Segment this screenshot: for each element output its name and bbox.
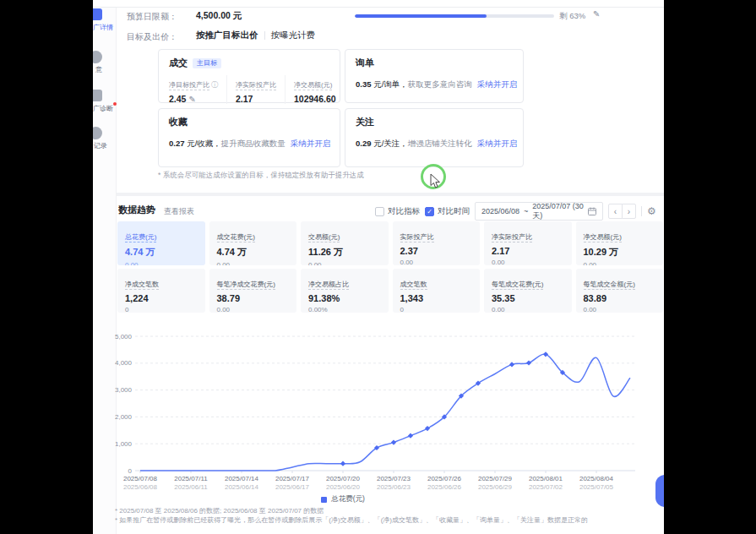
trend-controls: 对比指标 ✓ 对比时间 2025/06/08 ~ 2025/07/07 (30天…	[375, 201, 656, 221]
sidebar-item-creative[interactable]: 意	[93, 51, 117, 79]
goal-unit: 元/收藏，	[185, 139, 221, 148]
svg-text:2025/06/17: 2025/06/17	[275, 483, 310, 491]
goal-metric: 净实际投产比 2.17	[226, 75, 285, 104]
primary-goal-badge: 主目标	[193, 58, 221, 68]
prev-period-button[interactable]: ‹	[608, 204, 623, 219]
svg-text:2025/07/20: 2025/07/20	[326, 475, 361, 482]
metric-value: 91.38%	[308, 293, 381, 303]
gear-icon[interactable]: ⚙	[647, 205, 656, 217]
metric-card[interactable]: 成交笔数 1,343 0	[393, 269, 481, 313]
metric-value: 4.74 万	[217, 246, 290, 259]
metric-value: 38.79	[217, 293, 290, 303]
metric-card[interactable]: 每笔净成交花费(元) 38.79 0.00	[209, 269, 297, 313]
metric-card[interactable]: 净交易额(元) 10.29 万 0.00	[576, 221, 664, 265]
metric-value: 4.74 万	[125, 246, 198, 259]
goal-cards: 成交 主目标 净目标投产比ⓘ 2.45✎ 净实际投产比 2.17 净交易额(元)…	[158, 49, 525, 167]
goal-metric: 净目标投产比ⓘ 2.45✎	[169, 75, 226, 104]
metric-value: 11.26 万	[308, 246, 381, 259]
metric-label: 成交花费(元)	[217, 233, 255, 242]
metric-card[interactable]: 净实际投产比 2.17 0.00	[484, 221, 572, 265]
svg-text:2025/06/29: 2025/06/29	[478, 483, 513, 491]
metric-subvalue: 0.00%	[308, 306, 381, 313]
metric-label: 每笔净成交花费(元)	[217, 281, 275, 290]
metric-value: 1,343	[400, 293, 473, 303]
svg-text:2025/07/08: 2025/07/08	[123, 475, 158, 482]
budget-progress-bar	[355, 14, 554, 18]
metric-value: 83.89	[584, 293, 656, 303]
sidebar-item-history[interactable]: 记录	[93, 127, 117, 155]
goal-title: 询单	[356, 57, 374, 69]
section-divider	[117, 193, 664, 196]
metric-value: 102946.60	[294, 94, 336, 104]
date-range-picker[interactable]: 2025/06/08 ~ 2025/07/07 (30天)	[475, 202, 603, 221]
metric-subvalue: 0	[400, 306, 473, 313]
metric-subvalue: 0.00	[492, 259, 564, 265]
date-start: 2025/06/08	[481, 207, 519, 215]
goal-card-follow: 关注 0.29 元/关注，增强店铺关注转化采纳并开启	[345, 108, 524, 167]
goal-desc: 获取更多意向咨询	[408, 79, 472, 89]
goal-price: 0.27	[169, 139, 185, 148]
goal-price: 0.29	[356, 139, 372, 148]
metric-card[interactable]: 实际投产比 2.37 0.00	[393, 221, 481, 265]
metric-value: 2.17	[236, 94, 276, 104]
compare-time-checkbox[interactable]: ✓ 对比时间	[425, 206, 470, 217]
adopt-enable-link[interactable]: 采纳并开启	[477, 139, 518, 148]
metric-card[interactable]: 交易额(元) 11.26 万 0.00	[301, 221, 389, 265]
metric-card[interactable]: 净交易额占比 91.38% 0.00%	[301, 269, 389, 313]
svg-text:2025/07/02: 2025/07/02	[529, 483, 563, 491]
budget-amount: 4,500.00 元	[196, 10, 242, 22]
metric-card[interactable]: 每笔成交金额(元) 83.89 0.00	[576, 269, 664, 313]
pricing-options: 按推广目标出价 按曝光计费	[196, 30, 315, 41]
trend-line-chart: 01,0002,0003,0004,0005,0002025/07/082025…	[115, 326, 661, 495]
metric-subvalue: 0.00	[584, 261, 656, 265]
date-end: 2025/07/07 (30天)	[532, 202, 584, 221]
metric-card-total-cost[interactable]: 总花费(元) 4.74 万 0.00	[117, 221, 205, 265]
compare-metric-checkbox[interactable]: 对比指标	[375, 206, 420, 217]
floating-action-button[interactable]	[655, 475, 664, 507]
svg-text:5,000: 5,000	[115, 333, 133, 341]
metric-label: 净交易额占比	[308, 281, 349, 290]
budget-remaining: 剩 63%	[559, 11, 585, 22]
metric-label: 每笔成交金额(元)	[584, 281, 635, 290]
edit-icon[interactable]: ✎	[188, 95, 195, 104]
adopt-enable-link[interactable]: 采纳并开启	[477, 79, 518, 89]
metric-card[interactable]: 每笔成交花费(元) 35.35 0.00	[484, 269, 572, 313]
sidebar-item-diagnosis[interactable]: 广诊断	[93, 90, 117, 118]
adopt-enable-link[interactable]: 采纳并开启	[291, 139, 331, 148]
metric-value: 35.35	[492, 293, 564, 303]
date-nav: ‹ ›	[608, 204, 636, 219]
legend-item-total-cost[interactable]: 总花费(元)	[115, 494, 571, 504]
svg-text:2025/07/14: 2025/07/14	[225, 475, 259, 482]
svg-text:2025/06/08: 2025/06/08	[123, 483, 158, 491]
goal-unit: 元/关注，	[372, 139, 408, 148]
svg-text:2025/08/04: 2025/08/04	[579, 475, 614, 482]
pricing-option-impression[interactable]: 按曝光计费	[271, 30, 316, 41]
metric-card[interactable]: 成交花费(元) 4.74 万 0.00	[209, 221, 297, 265]
checkbox-label: 对比指标	[388, 206, 420, 217]
goal-title: 成交	[169, 57, 188, 69]
metric-subvalue: 0.00	[400, 259, 473, 265]
metric-value: 2.37	[400, 246, 473, 256]
legend-swatch	[321, 497, 327, 503]
mouse-cursor-icon	[430, 173, 441, 188]
promotion-detail-icon	[93, 8, 102, 20]
budget-label: 预算日限额：	[127, 11, 177, 23]
svg-text:2025/07/23: 2025/07/23	[377, 475, 411, 482]
sidebar-item-label: 记录	[94, 141, 107, 150]
goal-card-deal: 成交 主目标 净目标投产比ⓘ 2.45✎ 净实际投产比 2.17 净交易额(元)…	[158, 49, 340, 103]
info-icon[interactable]: ⓘ	[211, 81, 218, 89]
metric-card[interactable]: 净成交笔数 1,224 0	[117, 269, 205, 313]
next-period-button[interactable]: ›	[622, 204, 636, 219]
metric-value: 2.45	[169, 94, 186, 104]
goal-card-favorite: 收藏 0.27 元/收藏，提升商品收藏数量采纳并开启	[158, 108, 340, 167]
creative-icon	[93, 51, 102, 63]
goal-unit: 元/询单，	[372, 79, 408, 89]
svg-text:2025/07/05: 2025/07/05	[579, 483, 614, 491]
goal-card-inquiry: 询单 0.35 元/询单，获取更多意向咨询采纳并开启	[345, 49, 524, 103]
view-report-link[interactable]: 查看报表	[164, 206, 194, 217]
pricing-option-goal[interactable]: 按推广目标出价	[196, 30, 258, 41]
sidebar-item-promotion-detail[interactable]: 广详情	[93, 8, 117, 37]
calendar-icon	[588, 207, 596, 215]
sidebar-item-label: 意	[95, 65, 102, 74]
edit-icon[interactable]: ✎	[593, 9, 600, 19]
